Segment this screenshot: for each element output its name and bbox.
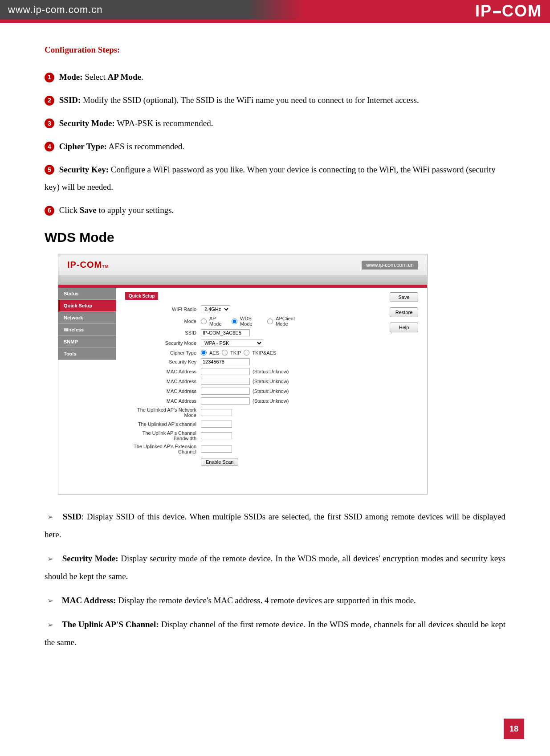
ssid-label: SSID bbox=[125, 330, 196, 335]
step-badge: 5 bbox=[45, 165, 54, 175]
ss-redband bbox=[58, 285, 427, 288]
enable-scan-button[interactable]: Enable Scan bbox=[201, 458, 238, 466]
router-ui-screenshot: IP-COMTM www.ip-com.com.cn Status Quick … bbox=[58, 254, 428, 494]
step-4: 4 Cipher Type: AES is recommended. bbox=[45, 138, 505, 155]
tab-quick-setup[interactable]: Quick Setup bbox=[125, 292, 158, 300]
restore-button[interactable]: Restore bbox=[390, 307, 418, 317]
step-3: 3 Security Mode: WPA-PSK is recommended. bbox=[45, 114, 505, 132]
uplink-ext-label: The Uplinked AP's Extension Channel bbox=[125, 444, 196, 454]
sidebar-item-quick-setup[interactable]: Quick Setup bbox=[58, 300, 116, 312]
arrow-icon: ➢ bbox=[47, 513, 53, 521]
mac-4-input[interactable] bbox=[201, 397, 250, 405]
step-label: Mode: bbox=[59, 72, 83, 82]
page-number: 18 bbox=[504, 719, 524, 739]
header-url: www.ip-com.com.cn bbox=[8, 4, 103, 16]
step-badge: 1 bbox=[45, 73, 54, 82]
page-header: www.ip-com.com.cn IPCOM bbox=[0, 0, 550, 20]
action-buttons: Save Restore Help bbox=[390, 292, 418, 332]
quick-setup-form: WIFI Radio 2.4GHz Mode AP Mode WDS Mode … bbox=[125, 305, 418, 454]
cipher-type-label: Cipher Type bbox=[125, 350, 196, 356]
mode-ap-radio[interactable] bbox=[201, 319, 207, 324]
ss-shade bbox=[58, 276, 427, 285]
ss-url: www.ip-com.com.cn bbox=[362, 261, 418, 270]
security-mode-select[interactable]: WPA - PSK bbox=[201, 339, 263, 347]
mac-4-label: MAC Address bbox=[125, 398, 196, 404]
step-badge: 6 bbox=[45, 206, 54, 216]
security-key-label: Security Key bbox=[125, 359, 196, 364]
uplink-ext-input[interactable] bbox=[201, 445, 232, 453]
uplink-ch-input[interactable] bbox=[201, 421, 232, 428]
mac-1-input[interactable] bbox=[201, 368, 250, 375]
ss-main: Save Restore Help Quick Setup WIFI Radio… bbox=[116, 288, 427, 470]
step-5: 5 Security Key: Configure a WiFi passwor… bbox=[45, 161, 505, 196]
cipher-aes-radio[interactable] bbox=[201, 350, 207, 356]
step-badge: 2 bbox=[45, 96, 54, 106]
page-content: Configuration Steps: 1 Mode: Select AP M… bbox=[0, 23, 550, 670]
uplink-net-input[interactable] bbox=[201, 409, 232, 416]
config-steps-title: Configuration Steps: bbox=[45, 45, 505, 55]
mac-2-input[interactable] bbox=[201, 378, 250, 385]
sidebar-item-status[interactable]: Status bbox=[58, 288, 116, 300]
save-button[interactable]: Save bbox=[390, 292, 418, 302]
mac-3-label: MAC Address bbox=[125, 388, 196, 394]
ss-logo: IP-COMTM bbox=[67, 260, 109, 270]
mac-1-label: MAC Address bbox=[125, 369, 196, 374]
help-button[interactable]: Help bbox=[390, 323, 418, 332]
wds-mode-heading: WDS Mode bbox=[45, 230, 505, 245]
arrow-icon: ➢ bbox=[47, 555, 53, 563]
red-divider bbox=[0, 20, 550, 23]
uplink-bw-input[interactable] bbox=[201, 432, 232, 439]
step-badge: 3 bbox=[45, 119, 54, 128]
sidebar-item-tools[interactable]: Tools bbox=[58, 348, 116, 360]
step-2: 2 SSID: Modify the SSID (optional). The … bbox=[45, 91, 505, 109]
wifi-radio-select[interactable]: 2.4GHz bbox=[201, 305, 230, 313]
step-label: SSID: bbox=[59, 95, 81, 105]
step-1: 1 Mode: Select AP Mode. bbox=[45, 68, 505, 86]
arrow-icon: ➢ bbox=[47, 621, 53, 629]
security-key-input[interactable] bbox=[201, 358, 250, 365]
security-mode-label: Security Mode bbox=[125, 340, 196, 346]
cipher-both-radio[interactable] bbox=[244, 350, 249, 356]
ss-header: IP-COMTM www.ip-com.com.cn bbox=[58, 254, 427, 276]
uplink-bw-label: The Uplink AP's Channel Bandwidth bbox=[125, 430, 196, 441]
bullet-security-mode: ➢ Security Mode: Display security mode o… bbox=[45, 550, 505, 585]
step-6: 6 Click Save to apply your settings. bbox=[45, 201, 505, 219]
mac-2-label: MAC Address bbox=[125, 379, 196, 384]
mode-label: Mode bbox=[125, 319, 196, 324]
mac-3-input[interactable] bbox=[201, 388, 250, 395]
ss-sidebar: Status Quick Setup Network Wireless SNMP… bbox=[58, 288, 116, 470]
bullet-uplink-channel: ➢ The Uplink AP'S Channel: Display chann… bbox=[45, 616, 505, 651]
sidebar-item-network[interactable]: Network bbox=[58, 312, 116, 324]
step-label: Security Key: bbox=[59, 165, 109, 174]
step-label: Cipher Type: bbox=[59, 142, 107, 151]
bullet-ssid: ➢ SSID: Display SSID of this device. Whe… bbox=[45, 508, 505, 544]
wifi-radio-label: WIFI Radio bbox=[125, 306, 196, 312]
step-badge: 4 bbox=[45, 142, 54, 151]
sidebar-item-snmp[interactable]: SNMP bbox=[58, 336, 116, 348]
uplink-ch-label: The Uplinked AP's channel bbox=[125, 421, 196, 427]
mode-apclient-radio[interactable] bbox=[267, 319, 273, 324]
brand-logo: IPCOM bbox=[475, 2, 542, 20]
bullet-mac-address: ➢ MAC Address: Display the remote device… bbox=[45, 592, 505, 609]
mode-wds-radio[interactable] bbox=[232, 319, 237, 324]
step-label: Security Mode: bbox=[59, 119, 115, 128]
cipher-tkip-radio[interactable] bbox=[222, 350, 228, 356]
sidebar-item-wireless[interactable]: Wireless bbox=[58, 324, 116, 336]
ssid-input[interactable] bbox=[201, 329, 250, 336]
arrow-icon: ➢ bbox=[47, 597, 53, 605]
uplink-net-label: The Uplinked AP's Network Mode bbox=[125, 407, 196, 418]
